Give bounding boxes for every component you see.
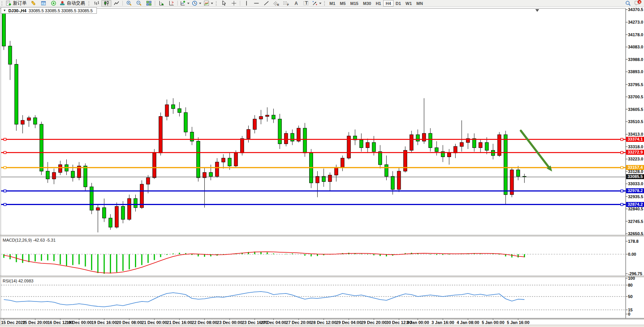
vertical-line-icon (244, 0, 249, 6)
chart-shift-button[interactable] (166, 0, 176, 7)
timeframe-m30[interactable]: M30 (361, 0, 373, 6)
line-chart-icon (114, 0, 119, 6)
text-label-tool-button[interactable]: T (301, 0, 311, 7)
text-label-icon: T (303, 0, 309, 6)
timeframe-h4[interactable]: H4 (383, 0, 393, 6)
toolbar-grip[interactable] (324, 1, 326, 6)
auto-scroll-button[interactable] (156, 0, 166, 7)
line-chart-button[interactable] (111, 0, 121, 7)
indicators-button[interactable] (179, 0, 191, 7)
indicators-icon (180, 0, 186, 6)
toolbar-separator (177, 1, 178, 6)
notifications-icon[interactable]: 1 (634, 0, 642, 6)
text-tool-button[interactable]: A (291, 0, 301, 7)
toolbar-separator (240, 1, 240, 6)
text-letter: A (294, 1, 298, 6)
time-axis[interactable] (0, 319, 626, 325)
timeframe-m1[interactable]: M1 (327, 0, 337, 6)
cursor-icon (221, 0, 227, 6)
notification-badge: 1 (639, 0, 641, 4)
toolbar-separator (155, 1, 155, 6)
pane-separator-rsi[interactable] (0, 276, 626, 277)
toolbar: 新订单 (0, 0, 644, 7)
toolbar-grip[interactable] (2, 1, 3, 6)
auto-trading-icon (59, 0, 65, 6)
chevron-down-icon (187, 3, 190, 4)
new-order-icon (6, 0, 11, 6)
search-icon[interactable] (625, 0, 631, 6)
clock-icon (192, 0, 198, 6)
horizontal-line-icon (254, 0, 259, 6)
toolbar-grip[interactable] (88, 1, 90, 6)
chevron-down-icon (319, 3, 321, 4)
window-bottom-strip (0, 325, 644, 327)
vertical-line-tool-button[interactable] (241, 0, 251, 7)
templates-icon (204, 0, 209, 6)
horizontal-line-tool-button[interactable] (251, 0, 261, 7)
timeframe-m5[interactable]: M5 (337, 0, 348, 6)
chart-canvas[interactable] (0, 0, 644, 327)
collapse-arrow-icon[interactable]: ▼ (3, 9, 6, 12)
crosshair-tool-button[interactable] (229, 0, 239, 7)
toolbar-grip[interactable] (216, 1, 218, 6)
toolbar-separator (122, 1, 123, 6)
timeframe-m15[interactable]: M15 (348, 0, 361, 6)
chart-window-icon (41, 0, 47, 6)
candlestick-chart-icon (104, 0, 109, 6)
auto-trading-label: 自动交易 (66, 0, 86, 6)
zoom-out-icon (136, 0, 142, 6)
zoom-in-button[interactable] (124, 0, 134, 7)
symbol-panel[interactable]: ▼ DJ30-,H4 33085.5 33085.5 33085.5 33085… (1, 7, 97, 14)
auto-trading-button[interactable]: 自动交易 (58, 0, 87, 7)
sound-icon (51, 0, 56, 6)
toolbar-right: 1 (625, 0, 642, 6)
channel-tool-button[interactable]: E (271, 0, 281, 7)
timeframe-w1[interactable]: W1 (403, 0, 414, 6)
crosshair-icon (231, 0, 237, 6)
timeframe-group: M1M5M15M30H1H4D1W1MN (327, 0, 425, 6)
tile-windows-icon (146, 0, 152, 6)
chevron-down-icon (211, 3, 213, 4)
periods-button[interactable] (191, 0, 202, 7)
new-order-label: 新订单 (12, 0, 27, 6)
arrows-icon (312, 0, 318, 6)
fibonacci-icon: F (283, 0, 289, 6)
auto-scroll-icon (159, 0, 164, 6)
fibonacci-letter: F (287, 3, 289, 6)
cursor-tool-button[interactable] (219, 0, 229, 7)
text-icon: A (293, 0, 299, 6)
equidistant-channel-icon: E (273, 0, 279, 6)
symbol-ohlc: 33085.5 33085.5 33085.5 33085.5 (29, 8, 93, 13)
symbol-title: DJ30-,H4 (8, 8, 26, 13)
candlestick-chart-button[interactable] (101, 0, 111, 7)
trendline-tool-button[interactable] (261, 0, 271, 7)
new-order-button[interactable]: 新订单 (5, 0, 29, 7)
mt4-application: 新订单 (0, 0, 644, 327)
bar-chart-button[interactable] (92, 0, 101, 7)
bar-chart-icon (94, 0, 100, 6)
timeframe-h1[interactable]: H1 (373, 0, 383, 6)
zoom-out-button[interactable] (134, 0, 144, 7)
arrows-tool-button[interactable] (311, 0, 323, 7)
chevron-down-icon (199, 3, 201, 4)
timeframe-mn[interactable]: MN (414, 0, 425, 6)
templates-button[interactable] (202, 0, 214, 7)
tile-windows-button[interactable] (144, 0, 154, 7)
price-axis[interactable] (626, 8, 644, 319)
channel-letter: E (277, 3, 279, 6)
pane-separator-macd[interactable] (0, 235, 626, 236)
timeframe-d1[interactable]: D1 (393, 0, 403, 6)
sound-alert-button[interactable] (48, 0, 58, 7)
market-watch-button[interactable] (39, 0, 48, 7)
styler-button[interactable] (29, 0, 39, 7)
crayon-icon (31, 0, 37, 6)
fibonacci-tool-button[interactable]: F (281, 0, 291, 7)
chart-shift-icon (169, 0, 174, 6)
trendline-icon (263, 0, 269, 6)
zoom-in-icon (126, 0, 132, 6)
label-letter: T (305, 0, 308, 6)
